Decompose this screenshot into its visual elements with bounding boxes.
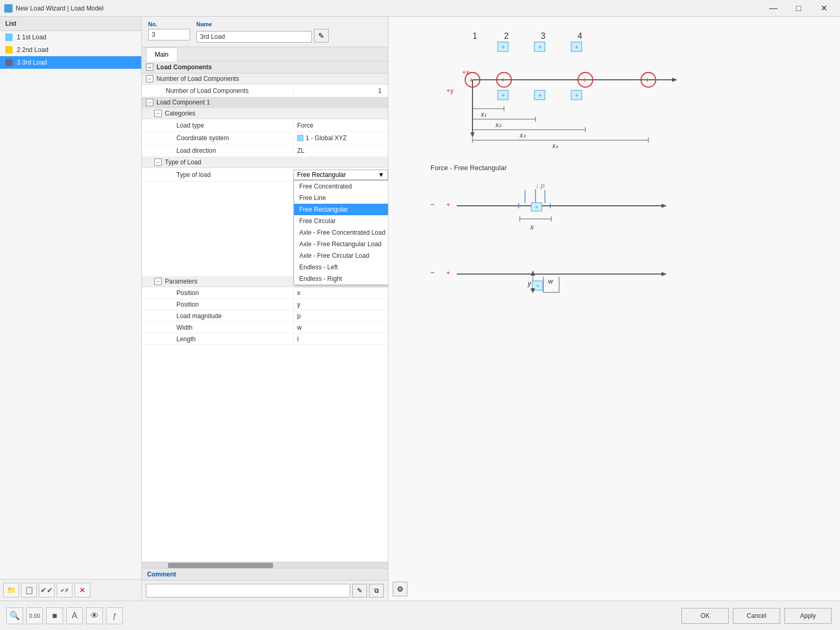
scroll-thumb[interactable] bbox=[168, 563, 273, 568]
name-input[interactable] bbox=[196, 31, 312, 43]
svg-text:x₃: x₃ bbox=[519, 132, 526, 139]
svg-text:x₂: x₂ bbox=[495, 121, 502, 129]
svg-text:3: 3 bbox=[541, 32, 545, 40]
list-item-selected[interactable]: 3 3rd Load bbox=[0, 56, 141, 69]
num-load-comp-row: Number of Load Components 1 bbox=[142, 85, 388, 97]
svg-text:x: x bbox=[530, 223, 534, 231]
svg-text:+y: +y bbox=[446, 87, 454, 94]
diagram-tool-button[interactable]: ⚙ bbox=[393, 582, 407, 596]
svg-text:x₁: x₁ bbox=[480, 111, 487, 118]
num-load-comp-sub-label: Number of Load Components bbox=[163, 86, 293, 96]
param-position-y-var: y bbox=[293, 299, 388, 310]
dropdown-item-free-line[interactable]: Free Line bbox=[294, 192, 388, 204]
comment-copy-button[interactable]: ⧉ bbox=[369, 584, 384, 597]
no-field-group: No. bbox=[148, 21, 190, 40]
comment-label: Comment bbox=[142, 569, 388, 581]
search-tool-button[interactable]: 🔍 bbox=[6, 607, 23, 624]
check-all-button[interactable]: ✔✔ bbox=[39, 583, 55, 597]
comment-input[interactable] bbox=[146, 584, 350, 597]
name-input-group: ✎ bbox=[196, 29, 329, 43]
scroll-bar[interactable] bbox=[142, 562, 388, 568]
categories-header: − Categories bbox=[142, 108, 388, 119]
fill-tool-button[interactable]: ■ bbox=[46, 607, 63, 624]
maximize-button[interactable]: □ bbox=[786, 1, 811, 16]
dropdown-item-axle-free-circular[interactable]: Axle - Free Circular Load bbox=[294, 250, 388, 261]
title-bar: New Load Wizard | Load Model — □ ✕ bbox=[0, 0, 840, 17]
comment-edit-button[interactable]: ✎ bbox=[352, 584, 367, 597]
comment-section: Comment ✎ ⧉ bbox=[142, 568, 388, 601]
svg-text:+: + bbox=[538, 44, 542, 51]
function-tool-button[interactable]: ƒ bbox=[106, 607, 123, 624]
list-item[interactable]: 2 2nd Load bbox=[0, 44, 141, 56]
no-input[interactable] bbox=[148, 29, 190, 40]
diagram-bottom-label: Force - Free Rectangular bbox=[430, 164, 507, 172]
header-section: No. Name ✎ bbox=[142, 17, 388, 47]
add-load-button[interactable]: 📁 bbox=[3, 583, 19, 597]
collapse-parameters[interactable]: − bbox=[154, 278, 162, 285]
load-comp1-header: − Load Component 1 bbox=[142, 97, 388, 108]
param-position-x-label: Position bbox=[173, 288, 293, 298]
dropdown-item-free-circular[interactable]: Free Circular bbox=[294, 215, 388, 227]
svg-text:+: + bbox=[538, 92, 542, 99]
param-length-label: Length bbox=[173, 334, 293, 344]
svg-text:+: + bbox=[501, 92, 505, 99]
dropdown-item-free-concentrated[interactable]: Free Concentrated bbox=[294, 181, 388, 192]
collapse-load-components[interactable]: − bbox=[146, 64, 153, 71]
dropdown-item-endless-left[interactable]: Endless - Left bbox=[294, 261, 388, 273]
list-item-color bbox=[5, 34, 13, 41]
dropdown-item-endless-right[interactable]: Endless - Right bbox=[294, 273, 388, 285]
delete-load-button[interactable]: ✕ bbox=[75, 583, 90, 597]
window-controls: — □ ✕ bbox=[761, 1, 836, 16]
tab-main[interactable]: Main bbox=[146, 47, 177, 61]
list-item-label: 2 2nd Load bbox=[17, 46, 48, 54]
load-direction-row: Load direction ZL bbox=[142, 144, 388, 157]
coord-system-label: Coordinate system bbox=[173, 133, 293, 143]
view-tool-button[interactable]: 👁 bbox=[86, 607, 103, 624]
close-button[interactable]: ✕ bbox=[812, 1, 836, 16]
uncheck-all-button[interactable]: ✔✗ bbox=[57, 583, 72, 597]
list-item-color bbox=[5, 59, 13, 66]
list-item[interactable]: 1 1st Load bbox=[0, 31, 141, 44]
left-panel: List 1 1st Load 2 2nd Load 3 3rd Load bbox=[0, 17, 142, 601]
categories-label: Categories bbox=[165, 110, 195, 117]
name-edit-button[interactable]: ✎ bbox=[314, 29, 329, 43]
apply-button[interactable]: Apply bbox=[784, 608, 832, 624]
collapse-type-of-load[interactable]: − bbox=[154, 159, 162, 166]
copy-load-button[interactable]: 📋 bbox=[21, 583, 37, 597]
text-tool-button[interactable]: A bbox=[66, 607, 83, 624]
svg-text:+: + bbox=[535, 204, 538, 210]
dropdown-display[interactable]: Free Rectangular ▼ bbox=[293, 170, 388, 180]
dropdown-item-free-rectangular[interactable]: Free Rectangular bbox=[294, 204, 388, 215]
type-of-load-dropdown[interactable]: Free Rectangular ▼ Free Concentrated Fre… bbox=[293, 170, 388, 180]
svg-marker-65 bbox=[662, 272, 667, 276]
svg-marker-49 bbox=[662, 204, 667, 208]
param-position-x-var: x bbox=[293, 288, 388, 298]
svg-text:+: + bbox=[536, 282, 539, 289]
num-load-comp-label: Number of Load Components bbox=[156, 75, 239, 82]
list-item-label: 1 1st Load bbox=[17, 34, 46, 41]
collapse-categories[interactable]: − bbox=[154, 110, 162, 117]
value-tool-button[interactable]: 0.00 bbox=[26, 607, 43, 624]
collapse-load-comp1[interactable]: − bbox=[146, 99, 153, 106]
diagram-area: 1 2 3 4 + + + +x +y bbox=[388, 17, 840, 601]
right-panel: 1 2 3 4 + + + +x +y bbox=[388, 17, 840, 601]
minimize-button[interactable]: — bbox=[761, 1, 785, 16]
dropdown-item-axle-free-concentrated[interactable]: Axle - Free Concentrated Load bbox=[294, 227, 388, 238]
svg-text:+: + bbox=[501, 76, 505, 84]
svg-text:x₄: x₄ bbox=[552, 142, 558, 150]
svg-marker-75 bbox=[531, 270, 535, 276]
param-width-var: w bbox=[293, 322, 388, 333]
cancel-button[interactable]: Cancel bbox=[733, 608, 780, 624]
collapse-num-load-comp[interactable]: − bbox=[146, 75, 153, 82]
type-of-load-row: Type of load Free Rectangular ▼ Free Con… bbox=[142, 168, 388, 182]
load-direction-label: Load direction bbox=[173, 145, 293, 156]
svg-text:w: w bbox=[548, 277, 554, 285]
list-item-label: 3 3rd Load bbox=[17, 59, 47, 66]
dropdown-item-axle-free-rectangular[interactable]: Axle - Free Rectangular Load bbox=[294, 238, 388, 250]
list-item-color bbox=[5, 46, 13, 54]
num-load-comp-value: 1 bbox=[293, 86, 388, 96]
ok-button[interactable]: OK bbox=[681, 608, 729, 624]
svg-text:+: + bbox=[575, 92, 579, 99]
bottom-right-buttons: OK Cancel Apply bbox=[681, 608, 840, 624]
bottom-bar: 🔍 0.00 ■ A 👁 ƒ OK Cancel Apply bbox=[0, 601, 840, 630]
